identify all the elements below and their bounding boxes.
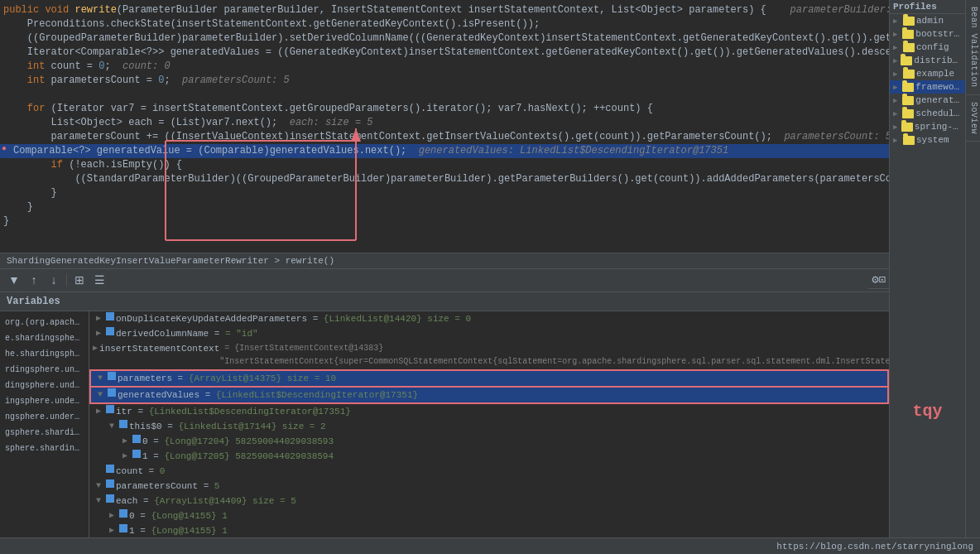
var-item-1a[interactable]: ▶ 1 = {Long@17205} 582590044029038594 xyxy=(89,449,889,464)
stack-item-1[interactable]: org.(org.apache.shard xyxy=(0,315,89,330)
stack-sidebar: org.(org.apache.shard e.shardingsphere.s… xyxy=(0,311,89,538)
tree-arrow-distribution: ▶ xyxy=(893,56,899,65)
var-expand-5[interactable]: ▼ xyxy=(98,388,108,402)
debug-menu-btn[interactable]: ☰ xyxy=(90,271,108,289)
code-line-10: parametersCount += ((InsertValueContext)… xyxy=(0,130,889,144)
var-item-derivedColumnName[interactable]: ▶ derivedColumnName = = "id" xyxy=(89,326,889,341)
tree-label-distribution: distribution xyxy=(914,55,962,65)
breadcrumb-text: ShardingGeneratedKeyInsertValueParameter… xyxy=(7,256,334,266)
tree-item-example[interactable]: ▶ example xyxy=(890,67,965,80)
tree-item-spring-boot[interactable]: ▶ spring-boot xyxy=(890,120,965,133)
tree-item-admin[interactable]: ▶ admin xyxy=(890,14,965,27)
tree-label-framework: framework xyxy=(915,82,962,92)
code-line-11-highlighted: ● Comparable<?> generatedValue = (Compar… xyxy=(0,144,889,158)
var-item-onDuplicate[interactable]: ▶ onDuplicateKeyUpdateAddedParameters = … xyxy=(89,311,889,326)
var-icon-5 xyxy=(108,388,116,397)
variables-header: Variables xyxy=(0,292,889,311)
tree-item-framework[interactable]: ▶ framework xyxy=(890,80,965,94)
var-expand-6[interactable]: ▶ xyxy=(96,405,106,418)
tree-arrow-admin: ▶ xyxy=(893,17,901,26)
debug-up-btn[interactable]: ↑ xyxy=(25,271,43,289)
tree-arrow-config: ▶ xyxy=(893,43,901,52)
tree-label-system: system xyxy=(916,135,949,145)
folder-icon-system xyxy=(903,136,915,145)
breadcrumb-bar: ShardingGeneratedKeyInsertValueParameter… xyxy=(0,253,889,269)
stack-item-7[interactable]: ngsphere.underlyin.pl xyxy=(0,409,89,425)
var-icon-8 xyxy=(132,435,141,443)
var-item-parametersCount[interactable]: ▼ parametersCount = 5 xyxy=(89,479,889,494)
debug-down-btn[interactable]: ↓ xyxy=(45,271,63,289)
var-expand-12[interactable]: ▼ xyxy=(96,494,106,508)
tree-item-scheduled[interactable]: ▶ scheduled xyxy=(890,107,965,120)
var-expand-13[interactable]: ▶ xyxy=(109,509,119,523)
var-icon-4 xyxy=(108,372,116,380)
code-line-15: } xyxy=(0,200,889,214)
var-expand-2[interactable]: ▶ xyxy=(96,327,106,340)
tree-item-bootstrap[interactable]: ▶ bootstrap xyxy=(890,27,965,41)
var-item-parameters[interactable]: ▼ parameters = {ArrayList@14375} size = … xyxy=(89,369,889,388)
var-item-itr[interactable]: ▶ itr = {LinkedList$DescendingIterator@1… xyxy=(89,404,889,419)
code-area: public void rewrite(ParameterBuilder par… xyxy=(0,0,889,537)
var-icon-14 xyxy=(119,524,127,532)
settings-icon[interactable]: ⚙ xyxy=(872,272,878,287)
variables-label: Variables xyxy=(7,296,60,307)
debug-toolbar: ▼ ↑ ↓ ⊞ ☰ ⚙ ⊡ xyxy=(0,269,889,292)
var-icon-7 xyxy=(119,420,127,428)
stack-item-6[interactable]: ingsphere.underlying. xyxy=(0,393,89,409)
profiles-header: Profiles xyxy=(890,0,965,14)
stack-item-5[interactable]: dingsphere.underlying xyxy=(0,378,89,393)
stack-item-3[interactable]: he.shardingsphere.und xyxy=(0,346,89,362)
var-item-count[interactable]: ▶ count = 0 xyxy=(89,464,889,479)
tree-arrow-example: ▶ xyxy=(893,70,901,79)
debug-dropdown-btn[interactable]: ▼ xyxy=(5,271,23,289)
stack-item-8[interactable]: gsphere.shardingjdb xyxy=(0,425,89,441)
tree-item-generator[interactable]: ▶ generator xyxy=(890,94,965,107)
debug-grid-btn[interactable]: ⊞ xyxy=(70,271,89,289)
var-expand-8[interactable]: ▶ xyxy=(122,435,132,448)
var-item-this0[interactable]: ▼ this$0 = {LinkedList@17144} size = 2 xyxy=(89,419,889,434)
var-expand-11[interactable]: ▼ xyxy=(96,479,106,493)
tree-item-distribution[interactable]: ▶ distribution xyxy=(890,54,965,67)
side-labels: Bean Validation SoView xyxy=(965,0,980,537)
tree-label-bootstrap: bootstrap xyxy=(915,29,962,39)
var-expand-3[interactable]: ▶ xyxy=(93,342,98,355)
var-item-insertStatement[interactable]: ▶ insertStatementContext = {InsertStatem… xyxy=(89,341,889,369)
tree-arrow-system: ▶ xyxy=(893,136,901,145)
stack-item-4[interactable]: rdingsphere.underlyin xyxy=(0,362,89,378)
debug-settings-area: ⚙ ⊡ xyxy=(868,271,889,289)
code-line-6: int parametersCount = 0; parametersCount… xyxy=(0,74,889,88)
var-expand-9[interactable]: ▶ xyxy=(122,450,132,463)
tree-label-example: example xyxy=(916,69,954,79)
var-item-each[interactable]: ▼ each = {ArrayList@14409} size = 5 xyxy=(89,494,889,508)
side-label-bean-validation[interactable]: Bean Validation xyxy=(966,0,980,95)
profiles-label: Profiles xyxy=(893,2,937,12)
layout-icon[interactable]: ⊡ xyxy=(879,272,886,287)
folder-icon-spring-boot xyxy=(901,123,913,132)
project-tree: ▶ admin ▶ bootstrap ▶ config xyxy=(890,14,965,267)
var-icon-2 xyxy=(106,327,114,335)
var-expand-7[interactable]: ▼ xyxy=(109,420,119,433)
stack-item-9[interactable]: sphere.shardingjdb xyxy=(0,441,89,456)
code-line-13: ((StandardParameterBuilder)((GroupedPara… xyxy=(0,172,889,186)
folder-icon-admin xyxy=(903,17,915,26)
folder-icon-generator xyxy=(902,96,914,105)
stack-item-2[interactable]: e.shardingsphere.shar xyxy=(0,330,89,346)
var-expand-4[interactable]: ▼ xyxy=(98,372,108,385)
var-item-0a[interactable]: ▶ 0 = {Long@17204} 582590044029038593 xyxy=(89,434,889,449)
status-bar: https://blog.csdn.net/starryninglong xyxy=(0,537,980,554)
folder-icon-scheduled xyxy=(902,109,914,118)
tree-item-config[interactable]: ▶ config xyxy=(890,41,965,54)
side-label-soview[interactable]: SoView xyxy=(966,95,980,142)
right-panel: Profiles ▶ admin ▶ bootstrap ▶ xyxy=(889,0,980,537)
var-item-generatedValues[interactable]: ▼ generatedValues = {LinkedList$Descendi… xyxy=(89,388,889,404)
var-icon-6 xyxy=(106,405,114,413)
tree-item-system[interactable]: ▶ system xyxy=(890,133,965,147)
var-item-each-0[interactable]: ▶ 0 = {Long@14155} 1 xyxy=(89,508,889,523)
var-expand-14[interactable]: ▶ xyxy=(109,524,119,537)
var-expand-1[interactable]: ▶ xyxy=(96,312,106,325)
folder-icon-framework xyxy=(902,83,914,92)
tqy-label: tqy xyxy=(912,402,942,421)
var-item-each-1[interactable]: ▶ 1 = {Long@14155} 1 xyxy=(89,523,889,538)
variables-tree: ▶ onDuplicateKeyUpdateAddedParameters = … xyxy=(89,311,889,538)
code-line-12: if (!each.isEmpty()) { xyxy=(0,158,889,172)
